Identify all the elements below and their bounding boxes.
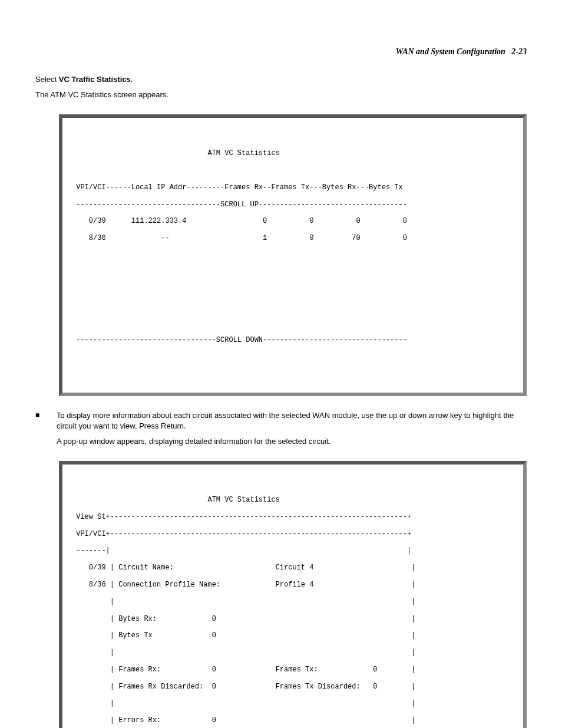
term1-row2: 8/36 -- 1 0 70 0	[72, 234, 514, 242]
term1-title: ATM VC Statistics	[72, 149, 514, 157]
term2-r1: 0/39 | Circuit Name: Circuit 4 |	[72, 564, 514, 572]
term2-viewst: View St+--------------------------------…	[72, 513, 514, 521]
select-suffix: .	[131, 75, 133, 84]
term2-dash: -------| |	[72, 546, 514, 555]
screen-appears-text: The ATM VC Statistics screen appears.	[35, 90, 527, 100]
term2-r6: | |	[72, 648, 514, 657]
term2-vpivci: VPI/VCI+--------------------------------…	[72, 530, 514, 538]
section-title: WAN and System Configuration	[396, 47, 505, 56]
term2-r8: | Frames Rx Discarded: 0 Frames Tx Disca…	[72, 683, 514, 691]
term1-scroll-up: ----------------------------------SCROLL…	[72, 200, 514, 209]
term2-r10: | Errors Rx: 0 |	[72, 716, 514, 724]
page-number: 2-23	[511, 47, 527, 56]
term2-r5: | Bytes Tx 0 |	[72, 631, 514, 640]
select-prefix: Select	[35, 75, 59, 84]
terminal-screen-1: ATM VC Statistics VPI/VCI------Local IP …	[59, 114, 527, 396]
term2-r7: | Frames Rx: 0 Frames Tx: 0 |	[72, 666, 514, 674]
term1-header: VPI/VCI------Local IP Addr---------Frame…	[72, 183, 514, 192]
term2-r3: | |	[72, 598, 514, 606]
terminal-screen-2: ATM VC Statistics View St+--------------…	[59, 461, 527, 728]
term1-scroll-down: ---------------------------------SCROLL …	[72, 336, 514, 344]
bullet-text-2: A pop-up window appears, displaying deta…	[57, 436, 527, 447]
bullet-item: ■ To display more information about each…	[35, 410, 527, 431]
term2-title: ATM VC Statistics	[72, 496, 514, 504]
bullet-text-1: To display more information about each c…	[57, 410, 527, 431]
page-header: WAN and System Configuration 2-23	[35, 47, 527, 57]
term2-r2: 8/36 | Connection Profile Name: Profile …	[72, 581, 514, 589]
select-bold: VC Traffic Statistics	[59, 75, 131, 84]
term2-r9: | |	[72, 699, 514, 707]
select-instruction: Select VC Traffic Statistics.	[35, 74, 527, 85]
bullet-square-icon: ■	[35, 410, 57, 431]
term2-r4: | Bytes Rx: 0 |	[72, 615, 514, 623]
term1-row1: 0/39 111.222.333.4 0 0 0 0	[72, 217, 514, 225]
